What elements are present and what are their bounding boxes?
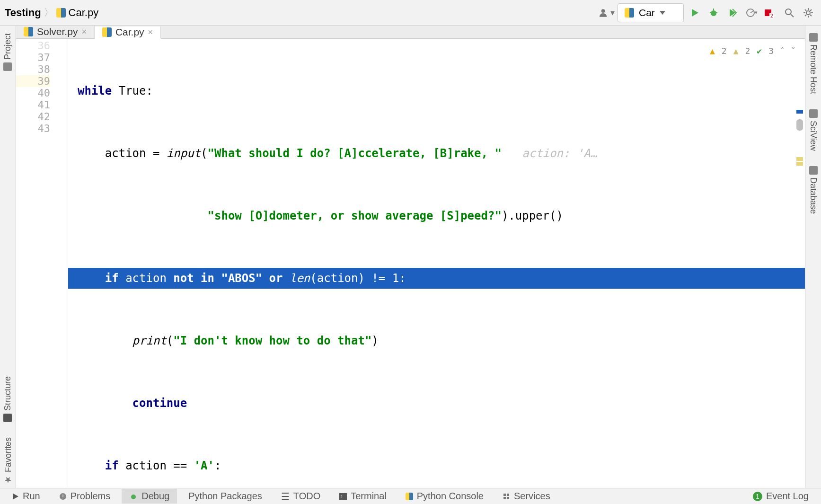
ok-icon: ✔ (757, 41, 762, 62)
svg-rect-57 (503, 497, 506, 499)
svg-line-15 (805, 15, 806, 16)
project-icon (4, 62, 12, 71)
bottom-event-log[interactable]: 1 Event Log (745, 489, 816, 504)
svg-point-6 (786, 9, 791, 15)
svg-rect-54 (339, 493, 347, 500)
bottom-terminal[interactable]: Terminal (332, 489, 394, 504)
stop-button[interactable]: 2 (762, 5, 778, 21)
notification-badge: 1 (753, 492, 762, 501)
svg-point-1 (711, 10, 716, 16)
line-gutter: 3637383940414243 (16, 39, 56, 504)
python-file-icon (56, 8, 66, 18)
database-icon (809, 166, 818, 175)
svg-rect-58 (507, 497, 509, 499)
svg-point-8 (806, 11, 810, 15)
close-icon[interactable]: × (81, 27, 87, 37)
code-line: print("I don't know how to do that") (68, 330, 805, 351)
svg-rect-55 (503, 494, 506, 496)
right-tool-stripe: Remote Host SciView Database (805, 26, 821, 488)
code-line: action = input("What should I do? [A]cce… (68, 143, 805, 164)
tab-label: Solver.py (37, 26, 78, 37)
coverage-button[interactable] (724, 5, 741, 21)
bottom-python-console[interactable]: Python Console (398, 489, 491, 504)
svg-line-13 (805, 9, 806, 11)
code-editor[interactable]: 3637383940414243 while True: action = in… (16, 39, 805, 504)
topbar: Testing 〉 Car.py ▾ Car ▾ 2 (0, 0, 821, 26)
list-icon: ☰ (281, 491, 290, 502)
bottom-problems[interactable]: ! Problems (52, 489, 118, 504)
code-line-current: if action not in "ABOS" or len(action) !… (68, 268, 805, 289)
svg-point-53 (131, 495, 136, 499)
search-icon[interactable] (781, 5, 797, 21)
code-area[interactable]: while True: action = input("What should … (68, 39, 805, 504)
profile-button[interactable]: ▾ (743, 5, 759, 21)
star-icon: ★ (3, 475, 13, 485)
tab-label: Car.py (115, 27, 144, 38)
weak-warning-icon: ▲ (733, 41, 739, 62)
fold-column[interactable] (56, 39, 68, 504)
breadcrumb-project[interactable]: Testing (5, 7, 41, 19)
python-icon (625, 8, 634, 18)
svg-rect-56 (507, 494, 509, 496)
code-line: "show [O]dometer, or show average [S]pee… (68, 205, 805, 226)
editor-stripe[interactable] (796, 58, 803, 504)
breadcrumb-sep: 〉 (44, 6, 53, 19)
code-line: if action == 'A': (68, 455, 805, 476)
python-file-icon (102, 27, 112, 37)
python-file-icon (24, 27, 33, 36)
svg-point-0 (601, 9, 605, 13)
code-line: while True: (68, 80, 805, 101)
run-button[interactable] (687, 5, 703, 21)
tab-car[interactable]: Car.py × (95, 27, 161, 39)
user-icon[interactable]: ▾ (599, 5, 615, 21)
gear-icon[interactable] (800, 5, 816, 21)
stripe-project[interactable]: Project (3, 30, 13, 74)
tab-solver[interactable]: Solver.py × (16, 26, 95, 38)
code-line: continue (68, 393, 805, 414)
svg-line-14 (810, 15, 812, 16)
chevron-down-icon[interactable]: ˅ (791, 41, 795, 62)
bottom-todo[interactable]: ☰ TODO (274, 489, 328, 504)
stripe-favorites[interactable]: ★Favorites (3, 434, 13, 488)
sciview-icon (809, 109, 818, 118)
bottom-services[interactable]: Services (495, 489, 558, 504)
left-tool-stripe: Project Structure ★Favorites (0, 26, 16, 488)
structure-icon (4, 414, 12, 422)
bottom-debug[interactable]: Debug (122, 489, 177, 504)
stripe-structure[interactable]: Structure (3, 373, 13, 425)
debug-button[interactable] (706, 5, 722, 21)
bottom-python-packages[interactable]: Python Packages (181, 489, 270, 504)
svg-line-7 (791, 14, 794, 17)
close-icon[interactable]: × (148, 27, 153, 37)
svg-text:!: ! (62, 494, 63, 499)
svg-line-16 (810, 9, 812, 11)
bottom-run[interactable]: Run (5, 489, 48, 504)
warning-icon: ▲ (710, 41, 715, 62)
run-config-label: Car (639, 7, 655, 18)
chevron-down-icon (660, 11, 665, 15)
breadcrumb-file-label: Car.py (69, 7, 99, 19)
breadcrumb-file[interactable]: Car.py (56, 7, 99, 19)
stripe-database[interactable]: Database (808, 163, 818, 217)
stripe-remote-host[interactable]: Remote Host (808, 30, 818, 97)
remote-host-icon (809, 33, 818, 42)
editor-tabs: Solver.py × Car.py × (16, 26, 805, 39)
main-content: Solver.py × Car.py × 3637383940414243 wh… (16, 26, 805, 488)
run-config-select[interactable]: Car (618, 3, 684, 22)
chevron-up-icon[interactable]: ˄ (780, 41, 785, 62)
breadcrumb: Testing 〉 Car.py (5, 6, 98, 19)
stripe-sciview[interactable]: SciView (808, 106, 818, 154)
bottom-bar: Run ! Problems Debug Python Packages ☰ T… (0, 488, 821, 504)
python-icon (406, 493, 413, 500)
inspections-widget[interactable]: ▲2 ▲2 ✔3 ˄ ˅ (710, 41, 795, 62)
